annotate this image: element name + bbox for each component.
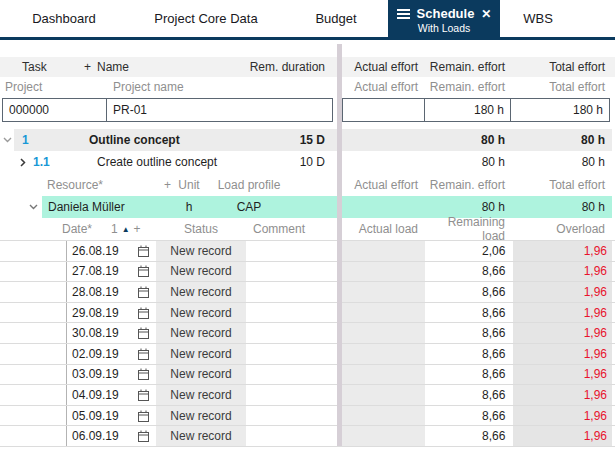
col-header-unit[interactable]: Unit: [171, 178, 207, 192]
calendar-icon[interactable]: [138, 348, 149, 360]
resource-name: Daniela Müller: [42, 200, 171, 214]
remaining-load-cell[interactable]: 2,06: [427, 241, 512, 261]
add-column-button[interactable]: +: [134, 222, 141, 236]
status-cell[interactable]: New record: [156, 241, 246, 261]
col-header-status[interactable]: Status: [156, 222, 246, 236]
status-cell[interactable]: New record: [156, 365, 246, 385]
comment-cell[interactable]: [249, 282, 337, 302]
remaining-load-cell[interactable]: 8,66: [427, 426, 512, 446]
col-header-actual-load[interactable]: Actual load: [342, 222, 425, 236]
project-actual-effort-field[interactable]: [342, 98, 425, 122]
col-header-name[interactable]: Name: [97, 60, 233, 74]
comment-cell[interactable]: [249, 365, 337, 385]
resource-row-selected[interactable]: Daniela Müller h CAP 80 h 80 h: [0, 196, 615, 218]
status-cell[interactable]: New record: [156, 323, 246, 343]
calendar-icon[interactable]: [138, 389, 149, 401]
overload-cell: 1,96: [513, 344, 612, 364]
remaining-load-cell[interactable]: 8,66: [427, 282, 512, 302]
date-cell[interactable]: 05.09.19: [66, 406, 153, 426]
status-cell[interactable]: New record: [156, 344, 246, 364]
status-cell[interactable]: New record: [156, 385, 246, 405]
status-cell[interactable]: New record: [156, 303, 246, 323]
resource-load-profile: CAP: [207, 200, 291, 214]
col-header-remain-effort[interactable]: Remain. effort: [425, 60, 512, 74]
remaining-load-cell[interactable]: 8,66: [427, 406, 512, 426]
overload-cell: 1,96: [513, 241, 612, 261]
status-cell[interactable]: New record: [156, 426, 246, 446]
date-cell[interactable]: 03.09.19: [66, 365, 153, 385]
date-cell[interactable]: 02.09.19: [66, 344, 153, 364]
add-column-button[interactable]: +: [157, 178, 171, 192]
comment-cell[interactable]: [249, 406, 337, 426]
tab-wbs[interactable]: WBS: [500, 0, 576, 37]
chevron-right-icon[interactable]: [20, 158, 33, 167]
overload-cell: 1,96: [513, 426, 612, 446]
task-row[interactable]: 1 Outline concept 15 D 80 h 80 h: [0, 129, 615, 151]
date-cell[interactable]: 28.08.19: [66, 282, 153, 302]
calendar-icon[interactable]: [138, 265, 149, 277]
panel-splitter[interactable]: [337, 44, 342, 446]
calendar-icon[interactable]: [138, 286, 149, 298]
comment-cell[interactable]: [249, 303, 337, 323]
col-header-load-profile[interactable]: Load profile: [207, 178, 291, 192]
date-cell[interactable]: 30.08.19: [66, 323, 153, 343]
close-icon[interactable]: ✕: [481, 8, 491, 20]
comment-cell[interactable]: [249, 262, 337, 282]
status-cell[interactable]: New record: [156, 406, 246, 426]
col-header-task[interactable]: Task: [0, 60, 84, 74]
calendar-icon[interactable]: [138, 307, 149, 319]
comment-cell[interactable]: [249, 426, 337, 446]
date-cell[interactable]: 04.09.19: [66, 385, 153, 405]
calendar-icon[interactable]: [138, 368, 149, 380]
add-column-button[interactable]: +: [84, 60, 97, 74]
project-total-effort-field[interactable]: 180 h: [510, 98, 610, 122]
chevron-down-icon[interactable]: [0, 137, 14, 143]
col-header-remain-effort[interactable]: Remain. effort: [425, 178, 512, 192]
date-cell[interactable]: 29.08.19: [66, 303, 153, 323]
status-cell[interactable]: New record: [156, 262, 246, 282]
col-header-total-effort[interactable]: Total effort: [512, 60, 612, 74]
calendar-icon[interactable]: [138, 410, 149, 422]
load-row: 02.09.19 New record 8,66 1,96: [0, 344, 615, 365]
col-header-overload[interactable]: Overload: [512, 222, 612, 236]
comment-cell[interactable]: [249, 344, 337, 364]
task-total-effort: 80 h: [512, 133, 612, 147]
comment-cell[interactable]: [249, 241, 337, 261]
task-row[interactable]: 1.1 Create outline concept 10 D 80 h 80 …: [0, 151, 615, 173]
project-number-field[interactable]: 000000: [2, 98, 107, 122]
sort-order-number[interactable]: 1: [111, 222, 118, 236]
status-cell[interactable]: New record: [156, 282, 246, 302]
project-name-field[interactable]: PR-01: [106, 98, 333, 122]
sort-asc-icon[interactable]: ▲: [122, 225, 130, 234]
col-header-actual-effort[interactable]: Actual effort: [342, 178, 425, 192]
col-header-date[interactable]: Date*: [62, 222, 111, 236]
date-cell[interactable]: 26.08.19: [66, 241, 153, 261]
tab-dashboard[interactable]: Dashboard: [0, 0, 128, 37]
tab-project-core-data[interactable]: Project Core Data: [128, 0, 284, 37]
remaining-load-cell[interactable]: 8,66: [427, 344, 512, 364]
calendar-icon[interactable]: [138, 327, 149, 339]
col-header-rem-duration[interactable]: Rem. duration: [233, 60, 337, 74]
col-header-actual-effort[interactable]: Actual effort: [342, 60, 425, 74]
remaining-load-cell[interactable]: 8,66: [427, 385, 512, 405]
tab-schedule[interactable]: Schedule ✕ With Loads: [388, 0, 500, 40]
menu-icon[interactable]: [397, 9, 410, 19]
col-header-resource[interactable]: Resource*: [0, 178, 157, 192]
date-cell[interactable]: 06.09.19: [66, 426, 153, 446]
overload-cell: 1,96: [513, 365, 612, 385]
calendar-icon[interactable]: [138, 430, 149, 442]
chevron-down-icon[interactable]: [24, 204, 42, 210]
col-header-total-effort[interactable]: Total effort: [512, 178, 612, 192]
date-cell[interactable]: 27.08.19: [66, 262, 153, 282]
project-remain-effort-field[interactable]: 180 h: [424, 98, 511, 122]
remaining-load-cell[interactable]: 8,66: [427, 303, 512, 323]
col-header-comment[interactable]: Comment: [249, 222, 337, 236]
comment-cell[interactable]: [249, 323, 337, 343]
remaining-load-cell[interactable]: 8,66: [427, 365, 512, 385]
comment-cell[interactable]: [249, 385, 337, 405]
remaining-load-cell[interactable]: 8,66: [427, 323, 512, 343]
calendar-icon[interactable]: [138, 245, 149, 257]
tab-budget[interactable]: Budget: [284, 0, 388, 37]
col-header-remaining-load[interactable]: Remaining load: [425, 215, 512, 243]
remaining-load-cell[interactable]: 8,66: [427, 262, 512, 282]
